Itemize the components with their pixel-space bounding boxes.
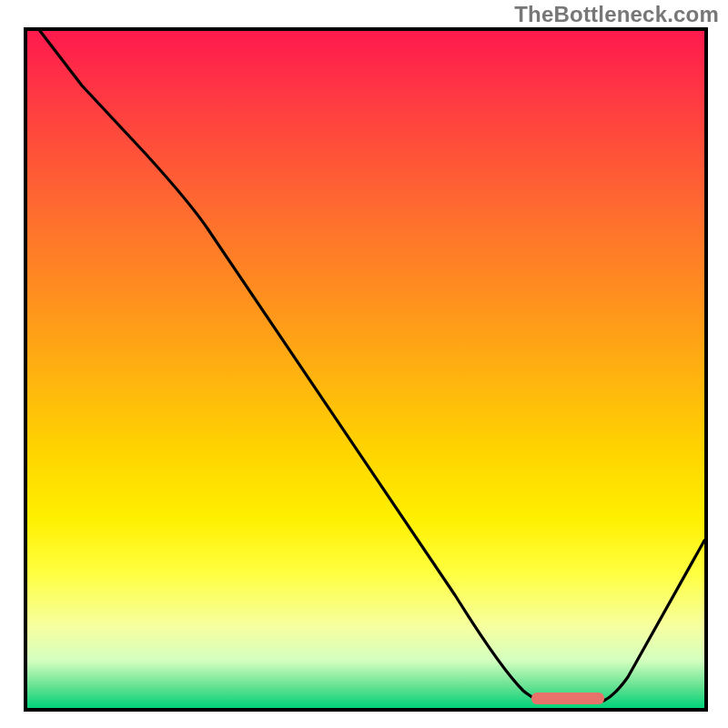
optimal-range-marker (531, 693, 604, 704)
curve-path (40, 31, 704, 703)
bottleneck-curve (27, 31, 704, 708)
chart-frame: TheBottleneck.com (0, 0, 728, 728)
watermark-text: TheBottleneck.com (514, 2, 719, 27)
plot-area (24, 27, 708, 712)
